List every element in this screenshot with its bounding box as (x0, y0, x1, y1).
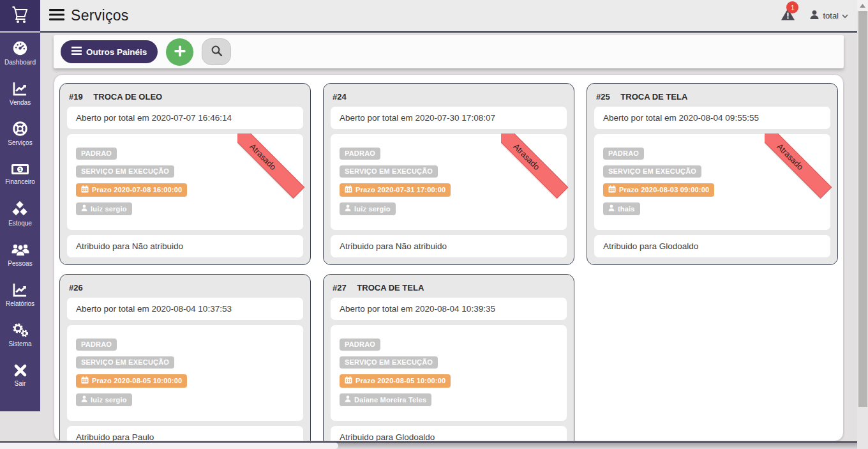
plus-icon (174, 45, 186, 59)
calendar-icon (81, 185, 89, 194)
sidebar-item-label: Vendas (10, 99, 31, 106)
owner-label: Daiane Moreira Teles (354, 396, 426, 404)
search-button[interactable] (202, 38, 231, 65)
cart-icon (10, 5, 31, 27)
notifications-button[interactable]: 1 (781, 8, 795, 24)
status-badge: SERVIÇO EM EXECUÇÃO (603, 165, 701, 178)
card-opened-row: Aberto por total em 2020-08-04 10:39:35 (331, 298, 567, 320)
service-card[interactable]: #26 Aberto por total em 2020-08-04 10:37… (59, 274, 311, 441)
sidebar-item-label: Sistema (8, 340, 31, 347)
type-badge: PADRAO (76, 339, 117, 351)
deadline-label: Prazo 2020-08-03 09:00:00 (619, 186, 709, 194)
owner-label: luiz sergio (354, 205, 391, 213)
horizontal-scrollbar[interactable] (0, 441, 857, 449)
sidebar-item-pessoas[interactable]: Pessoas (0, 234, 40, 274)
sidebar-item-label: Sair (15, 380, 26, 387)
card-badges-section: PADRAO SERVIÇO EM EXECUÇÃO Prazo 2020-08… (67, 325, 303, 421)
calendar-icon (81, 376, 89, 385)
type-badge: PADRAO (76, 148, 117, 160)
user-icon (345, 204, 351, 213)
status-badge: SERVIÇO EM EXECUÇÃO (76, 165, 174, 178)
scroll-up-arrow-icon[interactable] (857, 0, 868, 11)
vertical-scrollbar-thumb[interactable] (858, 11, 867, 407)
card-grid: #19 TROCA DE OLEO Aberto por total em 20… (59, 83, 838, 441)
header-actions: 1 total (781, 8, 848, 24)
other-panels-button[interactable]: Outros Painéis (61, 40, 158, 63)
card-assigned-row: Atribuido para Glodoaldo (594, 235, 830, 257)
sidebar-item-dashboard[interactable]: Dashboard (0, 33, 40, 73)
services-board: #19 TROCA DE OLEO Aberto por total em 20… (54, 74, 844, 441)
overdue-ribbon-label: Atrasado (501, 133, 568, 199)
sidebar-item-label: Pessoas (8, 260, 32, 267)
search-icon (211, 45, 223, 59)
overdue-ribbon-label: Atrasado (765, 133, 832, 199)
overdue-ribbon-label: Atrasado (237, 133, 304, 199)
calendar-icon (345, 185, 352, 194)
user-menu[interactable]: total (809, 10, 848, 22)
overdue-ribbon: Atrasado (765, 133, 836, 205)
sidebar-item-sistema[interactable]: Sistema (0, 314, 40, 354)
vertical-scrollbar[interactable] (857, 0, 868, 449)
list-icon (71, 47, 82, 57)
gears-icon (11, 322, 29, 339)
add-button[interactable] (166, 38, 193, 66)
owner-badge: Daiane Moreira Teles (340, 393, 431, 406)
overdue-ribbon: Atrasado (237, 133, 309, 205)
card-header: #19 TROCA DE OLEO (67, 88, 303, 107)
deadline-label: Prazo 2020-08-05 10:00:00 (92, 377, 182, 384)
money-bill-icon: 1 (11, 162, 29, 176)
owner-label: luiz sergio (91, 396, 127, 404)
card-badges-section: PADRAO SERVIÇO EM EXECUÇÃO Prazo 2020-08… (594, 134, 830, 230)
sidebar-item-servicos[interactable]: Serviços (0, 113, 40, 153)
card-title: TROCA DE TELA (357, 283, 424, 293)
card-number: #25 (596, 92, 610, 102)
sidebar-item-estoque[interactable]: Estoque (0, 194, 40, 234)
deadline-badge: Prazo 2020-07-08 16:00:00 (76, 183, 187, 197)
close-icon (13, 363, 28, 378)
card-header: #27 TROCA DE TELA (331, 279, 567, 298)
owner-label: thais (618, 205, 635, 213)
sidebar-item-financeiro[interactable]: 1 Financeiro (0, 153, 40, 194)
service-card[interactable]: #27 TROCA DE TELA Aberto por total em 20… (323, 274, 574, 441)
sidebar: Dashboard Vendas (0, 0, 40, 411)
card-badges-section: PADRAO SERVIÇO EM EXECUÇÃO Prazo 2020-08… (331, 325, 567, 421)
menu-toggle-button[interactable] (49, 9, 64, 22)
deadline-badge: Prazo 2020-08-03 09:00:00 (603, 183, 714, 197)
card-opened-row: Aberto por total em 2020-08-04 10:37:53 (67, 298, 303, 320)
other-panels-label: Outros Painéis (86, 47, 147, 57)
owner-badge: luiz sergio (340, 202, 396, 215)
type-badge: PADRAO (340, 339, 380, 351)
chart-line-icon (11, 80, 29, 97)
top-header: Serviços 1 total (40, 0, 857, 33)
sidebar-item-label: Dashboard (4, 59, 36, 66)
sidebar-item-label: Serviços (8, 139, 32, 146)
card-badges-section: PADRAO SERVIÇO EM EXECUÇÃO Prazo 2020-07… (331, 134, 567, 230)
type-badge: PADRAO (340, 148, 380, 160)
user-label: total (823, 11, 839, 20)
service-card[interactable]: #19 TROCA DE OLEO Aberto por total em 20… (59, 83, 311, 265)
card-header: #25 TROCA DE TELA (594, 88, 830, 107)
card-badges-section: PADRAO SERVIÇO EM EXECUÇÃO Prazo 2020-07… (67, 134, 303, 230)
card-assigned-row: Atribuido para Não atribuido (67, 235, 303, 257)
page-title: Serviços (71, 7, 129, 24)
svg-text:1: 1 (19, 167, 22, 172)
deadline-badge: Prazo 2020-07-31 17:00:00 (340, 183, 451, 197)
calendar-icon (345, 376, 352, 385)
owner-badge: luiz sergio (76, 393, 132, 406)
sidebar-item-label: Financeiro (5, 178, 35, 185)
service-card[interactable]: #24 Aberto por total em 2020-07-30 17:08… (323, 83, 574, 265)
sidebar-item-sair[interactable]: Sair (0, 354, 40, 395)
service-card[interactable]: #25 TROCA DE TELA Aberto por total em 20… (587, 83, 838, 265)
card-title: TROCA DE TELA (620, 92, 687, 102)
sidebar-item-relatorios[interactable]: Relatórios (0, 274, 40, 314)
type-badge: PADRAO (603, 148, 644, 160)
app-logo[interactable] (0, 0, 40, 33)
user-icon (809, 10, 819, 22)
horizontal-scrollbar-thumb[interactable] (0, 443, 338, 449)
deadline-label: Prazo 2020-08-05 10:00:00 (355, 377, 445, 384)
card-opened-row: Aberto por total em 2020-08-04 09:55:55 (594, 107, 830, 129)
card-number: #24 (333, 92, 347, 102)
chart-line-icon (11, 281, 29, 298)
deadline-label: Prazo 2020-07-31 17:00:00 (355, 186, 445, 194)
sidebar-item-vendas[interactable]: Vendas (0, 73, 40, 113)
